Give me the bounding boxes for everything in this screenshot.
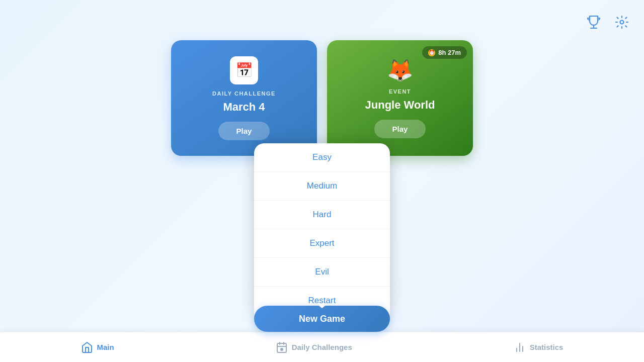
svg-point-2	[620, 21, 624, 24]
timer-icon: ⏰	[428, 49, 435, 56]
event-card: ⏰ 8h 27m 🦊 EVENT Jungle World Play	[327, 40, 473, 156]
event-title: Jungle World	[365, 99, 435, 112]
event-icon: 🦊	[387, 58, 413, 82]
difficulty-expert[interactable]: Expert	[254, 229, 390, 258]
event-play-button[interactable]: Play	[374, 120, 426, 138]
difficulty-dropdown: Easy Medium Hard Expert Evil Restart	[254, 143, 390, 315]
top-right-icons	[584, 12, 632, 32]
daily-challenge-play-button[interactable]: Play	[218, 122, 270, 140]
settings-button[interactable]	[612, 12, 632, 32]
daily-challenge-label: DAILY CHALLENGE	[212, 90, 276, 97]
nav-statistics-label: Statistics	[530, 343, 564, 351]
nav-main-label: Main	[97, 343, 114, 351]
event-label: EVENT	[389, 88, 411, 95]
difficulty-medium[interactable]: Medium	[254, 172, 390, 201]
timer-badge: ⏰ 8h 27m	[422, 46, 467, 59]
bottom-nav: Main Daily Challenges Statistics	[0, 332, 644, 362]
difficulty-evil[interactable]: Evil	[254, 258, 390, 287]
nav-daily-challenges-label: Daily Challenges	[292, 343, 352, 351]
difficulty-easy[interactable]: Easy	[254, 143, 390, 172]
timer-text: 8h 27m	[438, 49, 461, 56]
daily-challenge-icon: 📅	[230, 56, 258, 84]
new-game-button[interactable]: New Game	[254, 306, 390, 332]
svg-point-7	[281, 348, 283, 350]
difficulty-hard[interactable]: Hard	[254, 201, 390, 229]
daily-challenge-card: 📅 DAILY CHALLENGE March 4 Play	[171, 40, 317, 156]
nav-statistics[interactable]: Statistics	[506, 337, 572, 357]
nav-main[interactable]: Main	[73, 337, 122, 357]
nav-daily-challenges[interactable]: Daily Challenges	[268, 337, 360, 357]
dropdown-caret	[316, 303, 328, 308]
daily-challenge-title: March 4	[223, 101, 265, 114]
cards-container: 📅 DAILY CHALLENGE March 4 Play ⏰ 8h 27m …	[171, 40, 473, 156]
trophy-button[interactable]	[584, 12, 604, 32]
